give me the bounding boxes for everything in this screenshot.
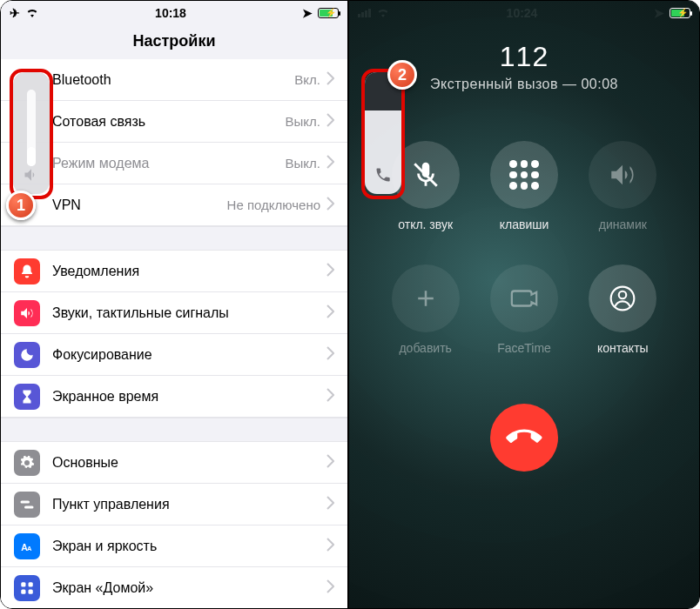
settings-group-connectivity: Bluetooth Вкл. Сотовая связь Выкл. Режим… [1,59,347,226]
contacts-button[interactable]: контакты [589,264,656,355]
bell-icon [14,258,40,284]
gear-icon [14,450,40,476]
button-label: динамик [599,218,647,231]
button-label: контакты [597,341,649,355]
row-bluetooth[interactable]: Bluetooth Вкл. [1,59,347,101]
volume-hud[interactable] [365,72,401,194]
svg-point-8 [619,291,627,299]
row-label: VPN [52,197,227,213]
settings-screen: ✈︎ 10:18 ➤ ⚡ Настройки Bluetooth Вкл. Со… [1,1,347,608]
settings-group-notifications: Уведомления Звуки, тактильные сигналы Фо… [1,251,347,418]
chevron-right-icon [326,346,334,364]
row-screentime[interactable]: Экранное время [1,376,347,418]
button-label: клавиши [500,218,549,231]
chevron-right-icon [326,71,334,89]
chevron-right-icon [326,304,334,322]
row-value: Выкл. [286,114,320,129]
chevron-right-icon [326,579,334,597]
hourglass-icon [14,384,40,410]
chevron-right-icon [326,454,334,472]
settings-group-general: Основные Пункт управления AA Экран и ярк… [1,442,347,609]
row-control-center[interactable]: Пункт управления [1,484,347,525]
speaker-icon [14,300,40,326]
call-screen: 10:24 ➤ ⚡ 112 Экстренный вызов — 00:08 о… [349,1,699,608]
svg-rect-2 [21,582,25,586]
chevron-right-icon [326,113,334,130]
keypad-icon [509,160,539,190]
battery-icon: ⚡ [318,8,339,18]
row-label: Экранное время [52,389,326,405]
row-value: Вкл. [294,72,320,87]
svg-text:A: A [27,544,32,552]
svg-rect-3 [29,582,33,586]
row-value: Не подключено [227,197,320,212]
speaker-mute-icon [23,166,40,187]
grid-icon [14,575,40,601]
switches-icon [14,492,40,518]
row-label: Звуки, тактильные сигналы [52,305,326,321]
row-label: Пункт управления [52,497,326,512]
wifi-icon [25,7,39,20]
call-actions-grid: откл. звук клавиши динамик добавить Face… [376,141,672,355]
svg-rect-4 [21,590,25,594]
chevron-right-icon [326,538,334,555]
facetime-button[interactable]: FaceTime [490,264,558,355]
button-label: откл. звук [398,218,453,231]
button-label: FaceTime [497,341,551,355]
chevron-right-icon [326,197,334,214]
battery-icon: ⚡ [670,8,690,18]
speaker-button[interactable]: динамик [589,141,656,231]
text-size-icon: AA [14,533,40,559]
row-cellular[interactable]: Сотовая связь Выкл. [1,101,347,143]
end-call-button[interactable] [490,404,558,472]
chevron-right-icon [326,388,334,405]
chevron-right-icon [326,496,334,513]
row-hotspot[interactable]: Режим модема Выкл. [1,143,347,184]
airplane-icon: ✈︎ [10,6,20,20]
button-label: добавить [399,341,451,355]
row-label: Уведомления [52,264,326,279]
row-notifications[interactable]: Уведомления [1,251,347,292]
location-icon: ➤ [302,6,313,20]
row-label: Фокусирование [52,347,326,363]
volume-hud[interactable] [13,72,50,194]
status-bar: ✈︎ 10:18 ➤ ⚡ [1,1,347,25]
row-value: Выкл. [286,156,320,171]
row-general[interactable]: Основные [1,442,347,484]
mute-button[interactable]: откл. звук [392,141,460,231]
row-home-screen[interactable]: Экран «Домой» [1,567,347,609]
chevron-right-icon [326,155,334,172]
status-time: 10:18 [155,6,186,20]
row-focus[interactable]: Фокусирование [1,334,347,376]
row-label: Экран и яркость [52,539,326,554]
add-call-button[interactable]: добавить [392,264,460,355]
row-label: Экран «Домой» [52,580,326,596]
row-label: Сотовая связь [52,114,286,130]
keypad-button[interactable]: клавиши [490,141,558,231]
row-label: Bluetooth [52,72,294,88]
annotation-badge-1: 1 [6,191,36,220]
annotation-badge-2: 2 [387,60,417,90]
row-vpn[interactable]: VPN Не подключено [1,184,347,226]
row-label: Режим модема [52,156,286,171]
row-label: Основные [52,455,326,471]
moon-icon [14,342,40,368]
row-display[interactable]: AA Экран и яркость [1,525,347,567]
row-sounds[interactable]: Звуки, тактильные сигналы [1,292,347,334]
phone-icon [374,166,392,187]
chevron-right-icon [326,263,334,280]
svg-rect-5 [29,590,33,594]
page-title: Настройки [1,25,347,59]
